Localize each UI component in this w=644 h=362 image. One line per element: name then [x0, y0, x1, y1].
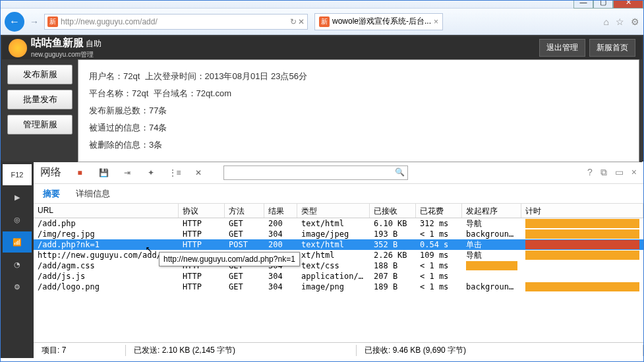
table-row[interactable]: /img/reg.jpgHTTPGET304image/jpeg193 B< 1… [34, 229, 643, 239]
sidebar-item-manage[interactable]: 管理新服 [7, 115, 73, 135]
label-total: 发布新服总数： [89, 106, 149, 115]
close-devtools-icon[interactable]: × [631, 167, 637, 178]
browser-tab[interactable]: 新 wowole游戏宣传系统-后台... × [314, 13, 443, 30]
devtools-toolbar: 网络 ■ 💾 ⇥ ✦ ⋮≡ ✕ 🔍 ? ⧉ ▭ × [34, 162, 643, 184]
home-button[interactable]: 新服首页 [589, 39, 635, 57]
status-items: 项目: 7 [34, 345, 126, 356]
table-row[interactable]: /add/agm.cssHTTPGET304text/css188 B< 1 m… [34, 260, 643, 271]
network-grid-body: http://new.guguyu.com/add.php?nk=1 ↖ /ad… [34, 218, 643, 292]
window-minimize-button[interactable]: — [573, 0, 593, 9]
label-approved: 被通过的信息： [89, 123, 149, 133]
export-icon[interactable]: ⇥ [122, 167, 132, 178]
address-icons: ↻ ✕ [290, 17, 305, 26]
site-subtitle-top: 自助 [86, 39, 102, 48]
search-icon: 🔍 [395, 167, 405, 177]
site-title: 咕咕鱼新服 [31, 37, 84, 48]
sidebar-item-publish[interactable]: 发布新服 [7, 65, 73, 84]
url-input[interactable] [61, 17, 287, 26]
window-close-button[interactable]: ✕ [613, 0, 643, 9]
sidebar-item-batch[interactable]: 批量发布 [7, 90, 73, 109]
col-method[interactable]: 方法 [225, 204, 264, 218]
subtab-summary[interactable]: 摘要 [43, 188, 60, 200]
devtools-panel: F12 ▶ ◎ 📶 ◔ ⚙ 网络 ■ 💾 ⇥ ✦ ⋮≡ ✕ 🔍 ? ⧉ ▭ × … [1, 160, 643, 358]
logout-button[interactable]: 退出管理 [539, 39, 585, 57]
devtools-sidebar: F12 ▶ ◎ 📶 ◔ ⚙ [1, 162, 34, 358]
save-icon[interactable]: 💾 [98, 167, 109, 178]
label-lastlogin: 上次登录时间： [145, 71, 205, 81]
stop-icon[interactable]: ✕ [298, 17, 305, 26]
clear-icon[interactable]: ✕ [193, 167, 204, 178]
content-panel: 用户名：72qt 上次登录时间：2013年08月01日 23点56分 平台名称：… [78, 59, 639, 162]
col-init[interactable]: 发起程序 [462, 204, 521, 218]
dock-icon[interactable]: ⧉ [600, 167, 607, 178]
tab-title: wowole游戏宣传系统-后台... [332, 16, 431, 27]
value-deleted: 3条 [149, 140, 162, 150]
home-icon[interactable]: ⌂ [604, 16, 609, 27]
value-total: 77条 [149, 106, 167, 115]
record-icon[interactable]: ■ [74, 167, 85, 178]
col-url[interactable]: URL [34, 204, 179, 218]
devtools-search-input[interactable]: 🔍 [223, 166, 408, 180]
dev-tab-console-icon[interactable]: ▶ [3, 187, 32, 208]
tab-favicon-icon: 新 [319, 16, 330, 27]
site-subtitle: new.guguyu.com管理 [31, 50, 102, 59]
col-proto[interactable]: 协议 [179, 204, 225, 218]
value-lastlogin: 2013年08月01日 23点56分 [205, 71, 307, 81]
site-header: 咕咕鱼新服 自助 new.guguyu.com管理 退出管理 新服首页 [2, 36, 642, 59]
window-maximize-button[interactable]: ▢ [593, 0, 613, 9]
label-username: 用户名： [89, 71, 123, 81]
back-button[interactable]: ← [5, 12, 24, 32]
label-platform: 平台名称： [89, 88, 132, 98]
table-row[interactable]: /add/js.jsHTTPGET304application/x-...207… [34, 271, 643, 282]
help-icon[interactable]: ? [587, 167, 593, 178]
tab-close-icon[interactable]: × [434, 17, 438, 26]
table-row[interactable]: /add.phpHTTPGET200text/html6.10 KB312 ms… [34, 218, 643, 229]
label-deleted: 被删除的信息： [89, 140, 149, 150]
col-time[interactable]: 已花费 [416, 204, 462, 218]
favicon-icon: 新 [47, 16, 58, 27]
table-row[interactable]: /add/logo.pngHTTPGET304image/png189 B< 1… [34, 282, 643, 292]
forward-button[interactable]: → [27, 15, 42, 29]
sidebar: 发布新服 批量发布 管理新服 [2, 59, 78, 162]
status-sent: 已发送: 2.10 KB (2,145 字节) [126, 345, 357, 356]
col-result[interactable]: 结果 [264, 204, 297, 218]
refresh-icon[interactable]: ↻ [290, 17, 297, 26]
page-viewport: 咕咕鱼新服 自助 new.guguyu.com管理 退出管理 新服首页 发布新服… [1, 35, 643, 160]
value-username: 72qt [123, 71, 140, 81]
dev-tab-memory-icon[interactable]: ⚙ [3, 276, 32, 297]
address-bar[interactable]: 新 ↻ ✕ [44, 14, 308, 30]
value-platform: 72qt [132, 88, 148, 98]
logo-icon [9, 39, 27, 57]
checklist-icon[interactable]: ⋮≡ [169, 167, 180, 178]
col-timing[interactable]: 计时 [521, 204, 643, 218]
devtools-title: 网络 [40, 166, 61, 179]
settings-icon[interactable]: ⚙ [631, 16, 639, 27]
dev-tab-profiler-icon[interactable]: ◔ [3, 254, 32, 275]
value-domain: 72qt.com [196, 88, 231, 98]
favorites-icon[interactable]: ☆ [616, 16, 624, 27]
filter-icon[interactable]: ✦ [146, 167, 156, 178]
url-tooltip: http://new.guguyu.com/add.php?nk=1 [159, 252, 300, 266]
window-titlebar: — ▢ ✕ [1, 1, 643, 9]
browser-toolbar: ← → 新 ↻ ✕ 新 wowole游戏宣传系统-后台... × ⌂ ☆ ⚙ [1, 9, 643, 35]
undock-icon[interactable]: ▭ [615, 167, 624, 178]
status-recv: 已接收: 9.46 KB (9,690 字节) [357, 345, 643, 356]
dev-tab-f12[interactable]: F12 [3, 164, 32, 185]
col-recv[interactable]: 已接收 [370, 204, 416, 218]
dev-tab-debugger-icon[interactable]: ◎ [3, 209, 32, 230]
value-approved: 74条 [149, 123, 167, 133]
network-grid-header: URL 协议 方法 结果 类型 已接收 已花费 发起程序 计时 [34, 204, 643, 218]
devtools-subtabs: 摘要 详细信息 [34, 184, 643, 204]
dev-tab-network-icon[interactable]: 📶 [3, 231, 32, 253]
subtab-details[interactable]: 详细信息 [76, 188, 110, 200]
label-domain: 平台域名： [154, 88, 196, 98]
table-row[interactable]: /add.php?nk=1HTTPPOST200text/html352 B0.… [34, 239, 643, 250]
devtools-statusbar: 项目: 7 已发送: 2.10 KB (2,145 字节) 已接收: 9.46 … [34, 342, 643, 358]
table-row[interactable]: http://new.guguyu.com/add/ xt/html2.26 K… [34, 250, 643, 260]
col-type[interactable]: 类型 [297, 204, 370, 218]
